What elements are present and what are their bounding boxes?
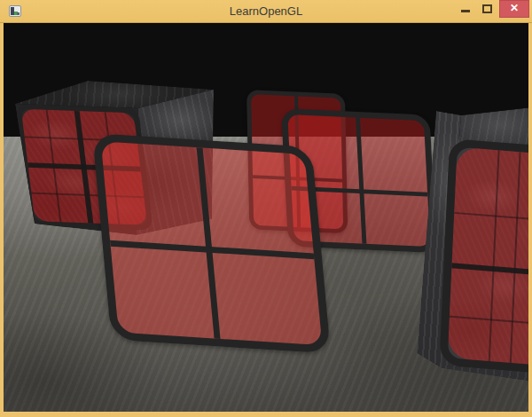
maximize-button[interactable] [475, 0, 498, 18]
close-button[interactable]: ✕ [499, 0, 529, 18]
window-texture-on-right-cube [439, 138, 528, 377]
window-crossbar-vertical [356, 118, 366, 244]
minimize-icon [461, 10, 470, 12]
minimize-button[interactable] [454, 0, 477, 18]
opengl-viewport[interactable] [4, 23, 528, 412]
close-icon: ✕ [499, 0, 529, 17]
window-crossbar-vertical [197, 147, 221, 339]
red-glass [448, 147, 528, 369]
transparent-window-foreground [92, 133, 331, 354]
maximize-icon [482, 4, 492, 13]
window-title: LearnOpenGL [0, 0, 532, 23]
app-window: LearnOpenGL ✕ [0, 0, 532, 417]
titlebar[interactable]: LearnOpenGL ✕ [0, 0, 532, 23]
